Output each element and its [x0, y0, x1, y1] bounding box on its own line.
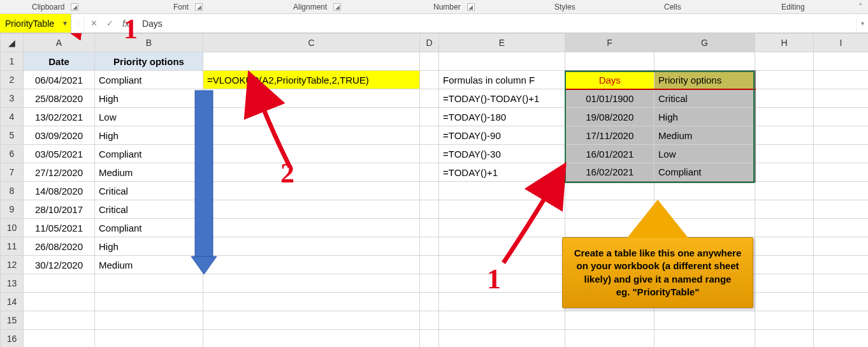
cell[interactable] — [420, 163, 439, 182]
col-header-G[interactable]: G — [655, 34, 755, 52]
cell[interactable] — [755, 330, 814, 348]
cell[interactable]: 17/11/2020 — [565, 126, 655, 145]
cell[interactable]: 30/12/2020 — [24, 256, 95, 274]
cell[interactable] — [439, 52, 565, 71]
row-header[interactable]: 6 — [1, 145, 24, 163]
cell[interactable]: Medium — [655, 126, 755, 145]
cell[interactable] — [565, 293, 655, 311]
cell[interactable] — [755, 89, 814, 108]
cell[interactable]: =TODAY()-180 — [439, 108, 565, 126]
cell[interactable]: Formulas in column F — [439, 71, 565, 89]
cell[interactable]: 26/08/2020 — [24, 237, 95, 256]
cell[interactable] — [420, 293, 439, 311]
cell[interactable]: Date — [24, 52, 95, 71]
cell[interactable] — [755, 237, 814, 256]
cell[interactable] — [203, 89, 420, 108]
cell[interactable]: 06/04/2021 — [24, 71, 95, 89]
formula-bar-input[interactable]: Days — [136, 14, 857, 33]
cell[interactable] — [203, 52, 420, 71]
cell[interactable] — [203, 237, 420, 256]
cell[interactable] — [565, 219, 655, 237]
row-header[interactable]: 8 — [1, 182, 24, 200]
cell[interactable] — [420, 274, 439, 293]
cell[interactable] — [814, 311, 869, 330]
cell[interactable] — [655, 237, 755, 256]
cell[interactable] — [814, 71, 869, 89]
cell[interactable]: High — [95, 237, 203, 256]
cell[interactable] — [439, 330, 565, 348]
cell[interactable] — [655, 52, 755, 71]
cell[interactable]: 11/05/2021 — [24, 219, 95, 237]
row-header[interactable]: 3 — [1, 89, 24, 108]
cell[interactable] — [755, 71, 814, 89]
cell[interactable] — [439, 256, 565, 274]
cell[interactable] — [814, 330, 869, 348]
row-header[interactable]: 5 — [1, 126, 24, 145]
cell[interactable]: 19/08/2020 — [565, 108, 655, 126]
row-header[interactable]: 12 — [1, 256, 24, 274]
cell[interactable] — [755, 52, 814, 71]
cell[interactable] — [203, 311, 420, 330]
dialog-launcher-icon[interactable]: ◢ — [467, 3, 475, 11]
row-header[interactable]: 9 — [1, 200, 24, 219]
cell[interactable] — [565, 256, 655, 274]
ribbon-group-alignment[interactable]: Alignment◢ — [293, 3, 341, 11]
cell[interactable] — [420, 126, 439, 145]
cell[interactable] — [814, 126, 869, 145]
cell[interactable] — [95, 330, 203, 348]
cell[interactable]: Medium — [95, 256, 203, 274]
cell[interactable] — [814, 163, 869, 182]
cell[interactable] — [755, 108, 814, 126]
cell[interactable]: High — [95, 126, 203, 145]
cell[interactable]: Priority options — [95, 52, 203, 71]
select-all-corner[interactable]: ◢ — [1, 34, 24, 52]
cell[interactable] — [420, 89, 439, 108]
cell[interactable] — [814, 219, 869, 237]
dialog-launcher-icon[interactable]: ◢ — [195, 3, 203, 11]
cell[interactable]: 03/09/2020 — [24, 126, 95, 145]
cell[interactable] — [24, 274, 95, 293]
cell[interactable] — [420, 330, 439, 348]
cell[interactable]: Medium — [95, 163, 203, 182]
cell[interactable] — [814, 52, 869, 71]
row-header[interactable]: 16 — [1, 330, 24, 348]
cell[interactable] — [420, 219, 439, 237]
cell[interactable]: Critical — [655, 89, 755, 108]
cell[interactable]: Compliant — [95, 145, 203, 163]
cell[interactable] — [565, 274, 655, 293]
cell[interactable]: 16/01/2021 — [565, 145, 655, 163]
ribbon-group-editing[interactable]: Editing — [781, 3, 805, 11]
cell[interactable]: Compliant — [95, 219, 203, 237]
cell[interactable] — [439, 237, 565, 256]
cell[interactable] — [439, 274, 565, 293]
cell[interactable] — [420, 52, 439, 71]
cell[interactable] — [439, 200, 565, 219]
dialog-launcher-icon[interactable]: ◢ — [71, 3, 78, 11]
col-header-H[interactable]: H — [755, 34, 814, 52]
cell[interactable] — [565, 237, 655, 256]
col-header-A[interactable]: A — [24, 34, 95, 52]
cell[interactable]: Days — [565, 71, 655, 89]
cell[interactable] — [439, 182, 565, 200]
cell[interactable]: High — [95, 89, 203, 108]
cell[interactable] — [755, 145, 814, 163]
col-header-E[interactable]: E — [439, 34, 565, 52]
row-header[interactable]: 7 — [1, 163, 24, 182]
cell[interactable] — [420, 108, 439, 126]
cell[interactable] — [755, 126, 814, 145]
row-header[interactable]: 14 — [1, 293, 24, 311]
cell[interactable] — [24, 330, 95, 348]
cell[interactable]: 14/08/2020 — [24, 182, 95, 200]
ribbon-group-styles[interactable]: Styles — [554, 3, 575, 11]
cell[interactable] — [655, 330, 755, 348]
cell[interactable] — [655, 293, 755, 311]
cell[interactable] — [203, 200, 420, 219]
cell[interactable] — [565, 52, 655, 71]
row-header[interactable]: 1 — [1, 52, 24, 71]
cell[interactable] — [655, 256, 755, 274]
cell[interactable] — [814, 182, 869, 200]
cell[interactable] — [655, 200, 755, 219]
ribbon-group-number[interactable]: Number◢ — [433, 3, 475, 11]
cell[interactable] — [655, 274, 755, 293]
cell[interactable] — [420, 237, 439, 256]
